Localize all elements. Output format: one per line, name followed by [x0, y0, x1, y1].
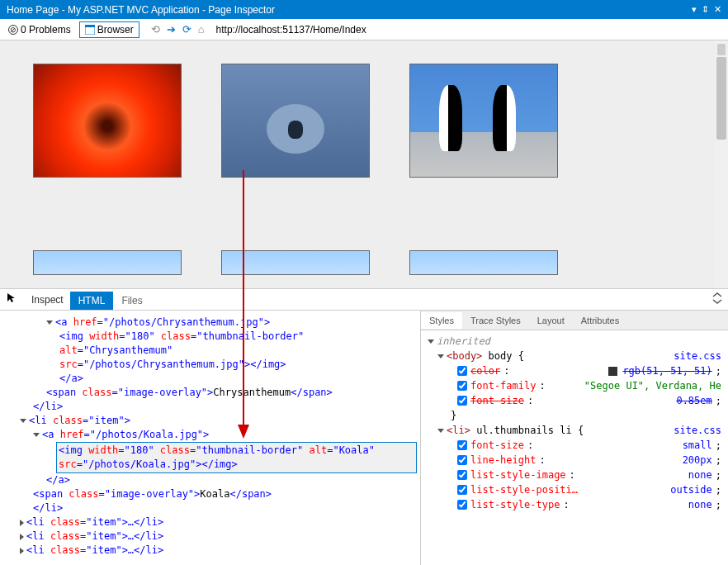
css-toggle[interactable] — [457, 381, 467, 391]
browser-window-icon — [85, 25, 95, 35]
nav-home-icon[interactable]: ⌂ — [198, 23, 205, 36]
tab-attributes[interactable]: Attributes — [573, 312, 627, 329]
tab-styles[interactable]: Styles — [421, 312, 462, 329]
nav-back-icon[interactable]: ⟲ — [151, 23, 160, 36]
inspector-panel: Inspect HTML Files <a href="/photos/Chry… — [0, 288, 728, 565]
css-toggle[interactable] — [457, 455, 467, 465]
tab-layout[interactable]: Layout — [529, 312, 573, 329]
expand-icon[interactable] — [711, 292, 723, 306]
styles-pane: Styles Trace Styles Layout Attributes in… — [421, 311, 728, 565]
styles-body[interactable]: inherited <body> body {site.css color:rg… — [421, 330, 728, 565]
browser-preview — [0, 40, 728, 288]
problems-indicator[interactable]: ⊘ 0 Problems — [5, 22, 74, 37]
css-source-link[interactable]: site.css — [674, 423, 721, 438]
nav-refresh-icon[interactable]: ⟳ — [182, 23, 191, 36]
inherited-section: inherited — [437, 335, 490, 347]
color-swatch — [608, 367, 617, 376]
inspect-label[interactable]: Inspect — [25, 291, 70, 309]
browser-button-label: Browser — [97, 24, 134, 36]
thumbnail-koala[interactable] — [221, 64, 370, 178]
nav-forward-icon[interactable]: ➔ — [167, 23, 176, 36]
tab-files[interactable]: Files — [113, 292, 150, 310]
no-entry-icon: ⊘ — [8, 25, 18, 35]
css-toggle[interactable] — [457, 500, 467, 510]
thumbnail-penguins[interactable] — [409, 64, 558, 178]
thumbnail-chrysanthemum[interactable] — [33, 64, 182, 178]
problems-count: 0 Problems — [21, 24, 71, 36]
browser-button[interactable]: Browser — [79, 21, 139, 38]
css-toggle[interactable] — [457, 470, 467, 480]
css-toggle[interactable] — [457, 440, 467, 450]
selected-html-node[interactable]: <img width="180" class="thumbnail-border… — [56, 442, 417, 473]
css-toggle[interactable] — [457, 485, 467, 495]
inspector-tab-bar: Inspect HTML Files — [0, 289, 728, 311]
url-field[interactable]: http://localhost:51137/Home/Index — [216, 24, 366, 36]
svg-rect-1 — [85, 25, 95, 27]
toolbar: ⊘ 0 Problems Browser ⟲ ➔ ⟳ ⌂ http://loca… — [0, 19, 728, 40]
title-pin-icon[interactable]: ⇕ — [702, 4, 709, 15]
tab-html[interactable]: HTML — [70, 292, 114, 310]
inspect-cursor-icon[interactable] — [0, 292, 25, 306]
html-tree-pane[interactable]: <a href="/photos/Chrysanthemum.jpg"> <im… — [0, 311, 421, 565]
tab-trace-styles[interactable]: Trace Styles — [462, 312, 529, 329]
css-toggle[interactable] — [457, 396, 467, 406]
title-close-icon[interactable]: ✕ — [714, 4, 721, 15]
thumbnail-partial[interactable] — [409, 250, 558, 275]
thumbnail-partial[interactable] — [33, 250, 182, 275]
preview-scrollbar[interactable] — [715, 40, 728, 288]
title-dropdown-icon[interactable]: ▾ — [692, 4, 697, 15]
css-source-link[interactable]: site.css — [674, 349, 721, 363]
window-title: Home Page - My ASP.NET MVC Application -… — [7, 4, 692, 16]
window-title-bar: Home Page - My ASP.NET MVC Application -… — [0, 0, 728, 19]
thumbnail-partial[interactable] — [221, 250, 370, 275]
css-toggle[interactable] — [457, 366, 467, 376]
